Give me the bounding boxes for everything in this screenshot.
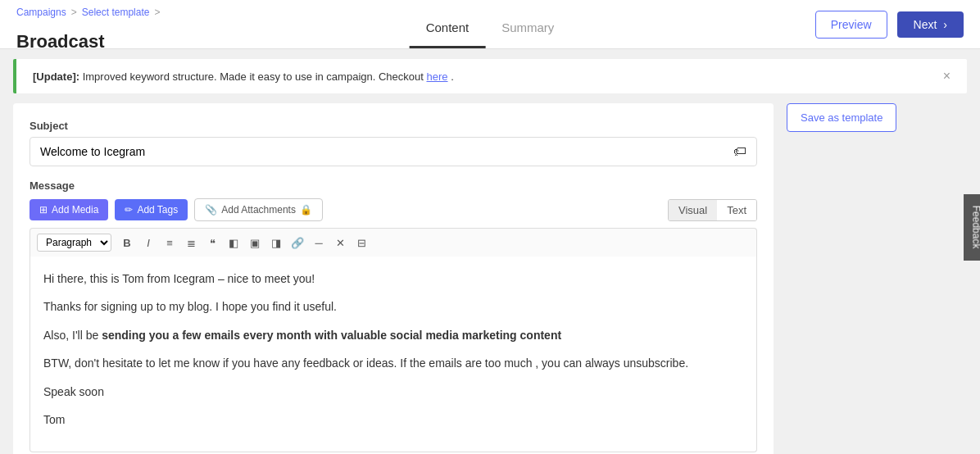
message-label: Message: [29, 179, 757, 192]
lock-icon: 🔒: [300, 204, 312, 216]
fullscreen-button[interactable]: ⊟: [352, 234, 370, 252]
breadcrumb-campaigns[interactable]: Campaigns: [16, 7, 66, 18]
add-attachments-icon: 📎: [205, 204, 217, 216]
text-view-button[interactable]: Text: [717, 200, 756, 220]
editor-line-2: Thanks for signing up to my blog. I hope…: [43, 297, 743, 316]
next-button[interactable]: Next ›: [897, 11, 964, 38]
breadcrumb-sep1: >: [71, 7, 77, 18]
add-media-button[interactable]: ⊞ Add Media: [29, 199, 108, 220]
editor-line-4: BTW, don't hesitate to let me know if yo…: [43, 354, 743, 372]
editor-area[interactable]: Hi there, this is Tom from Icegram – nic…: [29, 257, 757, 452]
visual-view-button[interactable]: Visual: [669, 200, 717, 220]
editor-line-6: Tom: [43, 411, 743, 429]
notification-prefix: [Update]:: [33, 70, 79, 83]
feedback-tab[interactable]: Feedback: [964, 194, 980, 261]
ordered-list-button[interactable]: ≣: [182, 234, 200, 252]
breadcrumb-select-template[interactable]: Select template: [82, 7, 150, 18]
notification-link[interactable]: here: [426, 70, 447, 83]
view-toggle: Visual Text: [668, 199, 757, 221]
editor-line-1: Hi there, this is Tom from Icegram – nic…: [43, 270, 743, 288]
add-tags-button[interactable]: ✏ Add Tags: [115, 199, 188, 220]
notification-text: [Update]: Improved keyword structure. Ma…: [33, 70, 454, 83]
unordered-list-button[interactable]: ≡: [161, 234, 179, 252]
page-title: Broadcast: [16, 31, 105, 52]
breadcrumb-sep2: >: [154, 7, 160, 18]
main-content: Subject 🏷 Message ⊞ Add Media ✏ Add Tags…: [0, 103, 980, 454]
horizontal-rule-button[interactable]: ─: [310, 234, 328, 252]
editor-line-5: Speak soon: [43, 383, 743, 401]
add-tags-label: Add Tags: [137, 204, 178, 216]
header-actions: Preview Next ›: [815, 11, 964, 39]
blockquote-button[interactable]: ❝: [203, 234, 221, 252]
next-label: Next: [914, 18, 937, 31]
notification-close-icon[interactable]: ×: [943, 69, 951, 84]
link-button[interactable]: 🔗: [288, 234, 306, 252]
add-media-icon: ⊞: [39, 204, 48, 216]
tab-content[interactable]: Content: [410, 6, 486, 48]
header: Campaigns > Select template > Broadcast …: [0, 0, 980, 49]
formatting-bar: Paragraph B I ≡ ≣ ❝ ◧ ▣ ◨ 🔗 ─ ✕ ⊟: [29, 228, 757, 257]
align-left-button[interactable]: ◧: [225, 234, 243, 252]
subject-field-wrapper: 🏷: [29, 137, 757, 166]
next-chevron-icon: ›: [943, 18, 947, 31]
add-media-label: Add Media: [52, 204, 98, 216]
subject-label: Subject: [29, 120, 757, 132]
header-tabs: Content Summary: [410, 6, 571, 48]
editor-line-3: Also, I'll be sending you a few emails e…: [43, 326, 743, 344]
align-right-button[interactable]: ◨: [267, 234, 285, 252]
add-tags-icon: ✏: [125, 204, 133, 216]
add-attachments-button[interactable]: 📎 Add Attachments 🔒: [194, 198, 323, 221]
preview-button[interactable]: Preview: [815, 11, 887, 39]
bold-button[interactable]: B: [118, 234, 136, 252]
save-as-template-button[interactable]: Save as template: [787, 103, 896, 132]
tag-icon: 🏷: [733, 144, 746, 159]
subject-input[interactable]: [40, 145, 733, 158]
strikethrough-button[interactable]: ✕: [331, 234, 349, 252]
editor-panel: Subject 🏷 Message ⊞ Add Media ✏ Add Tags…: [13, 103, 774, 454]
align-center-button[interactable]: ▣: [246, 234, 264, 252]
paragraph-select[interactable]: Paragraph: [37, 234, 111, 252]
editor-content: Hi there, this is Tom from Icegram – nic…: [43, 270, 743, 429]
sidebar-panel: Save as template: [787, 103, 967, 454]
tab-summary[interactable]: Summary: [485, 6, 570, 48]
italic-button[interactable]: I: [139, 234, 157, 252]
notification-bar: [Update]: Improved keyword structure. Ma…: [13, 59, 967, 93]
breadcrumb: Campaigns > Select template >: [16, 7, 160, 18]
add-attachments-label: Add Attachments: [221, 204, 296, 216]
message-toolbar: ⊞ Add Media ✏ Add Tags 📎 Add Attachments…: [29, 198, 757, 221]
